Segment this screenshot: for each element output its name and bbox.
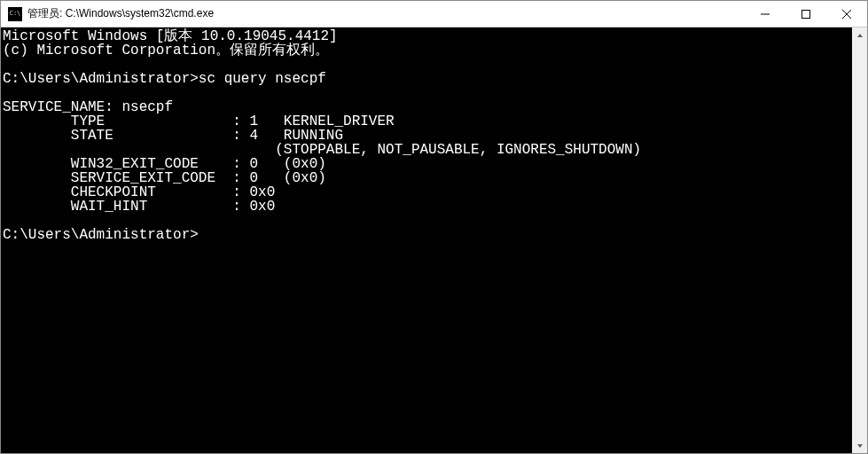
- prompt-line: C:\Users\Administrator>sc query nsecpf: [3, 72, 852, 86]
- scroll-down-button[interactable]: [852, 438, 867, 453]
- output-line: (c) Microsoft Corporation。保留所有权利。: [3, 43, 852, 58]
- output-line: WIN32_EXIT_CODE : 0 (0x0): [3, 157, 852, 171]
- svg-marker-5: [857, 444, 863, 448]
- terminal-area: Microsoft Windows [版本 10.0.19045.4412](c…: [1, 27, 867, 453]
- svg-rect-1: [802, 10, 810, 18]
- scroll-up-button[interactable]: [852, 27, 867, 43]
- window-title: 管理员: C:\Windows\system32\cmd.exe: [27, 6, 214, 21]
- vertical-scrollbar[interactable]: [852, 27, 867, 453]
- minimize-button[interactable]: [745, 1, 786, 27]
- output-line: [3, 86, 852, 100]
- close-button[interactable]: [826, 1, 867, 27]
- output-line: CHECKPOINT : 0x0: [3, 185, 852, 200]
- cmd-icon: [8, 7, 22, 21]
- output-line: SERVICE_NAME: nsecpf: [3, 100, 852, 114]
- prompt-path: C:\Users\Administrator>: [3, 227, 199, 243]
- terminal-output[interactable]: Microsoft Windows [版本 10.0.19045.4412](c…: [1, 27, 852, 453]
- output-line: STATE : 4 RUNNING: [3, 129, 852, 143]
- window-controls: [745, 1, 867, 27]
- window-titlebar[interactable]: 管理员: C:\Windows\system32\cmd.exe: [1, 1, 867, 27]
- output-line: Microsoft Windows [版本 10.0.19045.4412]: [3, 29, 852, 43]
- prompt-path: C:\Users\Administrator>: [3, 71, 199, 87]
- output-line: [3, 58, 852, 72]
- scroll-track[interactable]: [852, 43, 867, 438]
- output-line: [3, 214, 852, 228]
- output-line: WAIT_HINT : 0x0: [3, 200, 852, 214]
- prompt-line: C:\Users\Administrator>: [3, 228, 852, 242]
- svg-marker-4: [857, 34, 863, 37]
- output-line: TYPE : 1 KERNEL_DRIVER: [3, 114, 852, 129]
- prompt-command: sc query nsecpf: [199, 71, 326, 87]
- maximize-button[interactable]: [786, 1, 826, 27]
- output-line: (STOPPABLE, NOT_PAUSABLE, IGNORES_SHUTDO…: [3, 143, 852, 157]
- output-line: SERVICE_EXIT_CODE : 0 (0x0): [3, 171, 852, 185]
